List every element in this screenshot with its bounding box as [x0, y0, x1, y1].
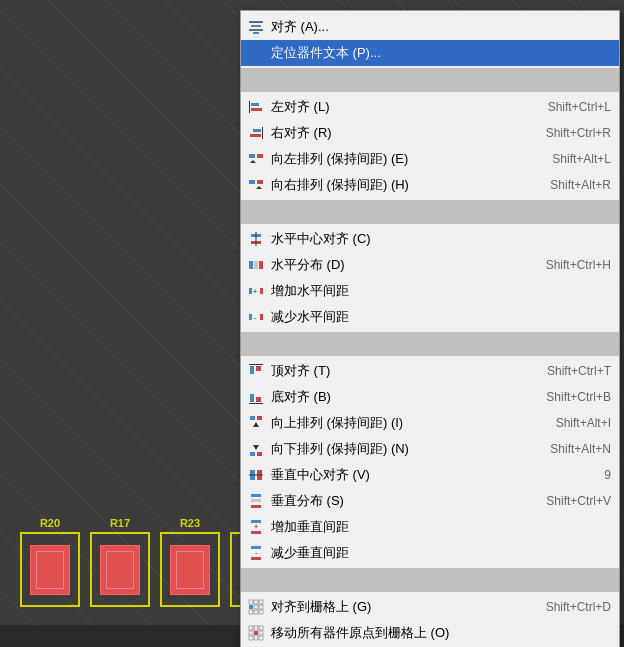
component-r23-label: R23	[180, 517, 200, 529]
svg-rect-8	[253, 129, 261, 132]
shortcut-align-top: Shift+Ctrl+T	[547, 364, 611, 378]
menu-item-distribute-down[interactable]: 向下排列 (保持间距) (N) Shift+Alt+N	[241, 436, 619, 462]
shortcut-center-v: 9	[604, 468, 611, 482]
menu-item-align-bottom[interactable]: 底对齐 (B) Shift+Ctrl+B	[241, 384, 619, 410]
menu-item-decrease-h-space[interactable]: - 减少水平间距	[241, 304, 619, 330]
menu-item-distribute-up[interactable]: 向上排列 (保持间距) (I) Shift+Alt+I	[241, 410, 619, 436]
shortcut-distribute-v: Shift+Ctrl+V	[546, 494, 611, 508]
svg-rect-62	[254, 626, 258, 630]
shortcut-align-to-grid: Shift+Ctrl+D	[546, 600, 611, 614]
menu-item-align-top[interactable]: 顶对齐 (T) Shift+Ctrl+T	[241, 358, 619, 384]
component-r17-label: R17	[110, 517, 130, 529]
svg-rect-64	[249, 631, 253, 635]
component-r20-label: R20	[40, 517, 60, 529]
distribute-v-icon	[245, 491, 267, 511]
svg-text:+: +	[253, 287, 258, 296]
menu-text-distribute-v: 垂直分布 (S)	[271, 492, 526, 510]
svg-rect-2	[249, 29, 263, 31]
svg-rect-0	[249, 21, 263, 23]
menu-item-distribute-v[interactable]: 垂直分布 (S) Shift+Ctrl+V	[241, 488, 619, 514]
decrease-v-space-icon: -	[245, 543, 267, 563]
separator-2	[241, 200, 619, 224]
menu-text-distribute-left: 向左排列 (保持间距) (E)	[271, 150, 532, 168]
svg-rect-10	[249, 154, 255, 158]
menu-text-decrease-v-space: 减少垂直间距	[271, 544, 611, 562]
shortcut-distribute-right: Shift+Alt+R	[550, 178, 611, 192]
svg-rect-57	[259, 605, 263, 609]
svg-rect-20	[259, 261, 263, 269]
svg-rect-26	[260, 314, 263, 320]
menu-text-increase-v-space: 增加垂直间距	[271, 518, 611, 536]
locate-text-icon	[245, 43, 267, 63]
menu-item-align-left[interactable]: 左对齐 (L) Shift+Ctrl+L	[241, 94, 619, 120]
menu-text-move-origin: 移动所有器件原点到栅格上 (O)	[271, 624, 611, 642]
shortcut-align-bottom: Shift+Ctrl+B	[546, 390, 611, 404]
svg-rect-19	[249, 261, 253, 269]
svg-rect-9	[250, 134, 261, 137]
shortcut-distribute-left: Shift+Alt+L	[552, 152, 611, 166]
svg-rect-47	[251, 531, 261, 534]
svg-marker-36	[253, 422, 259, 427]
svg-rect-34	[250, 416, 255, 420]
menu-item-center-v[interactable]: 垂直中心对齐 (V) 9	[241, 462, 619, 488]
svg-rect-54	[259, 600, 263, 604]
menu-item-move-origin[interactable]: 移动所有器件原点到栅格上 (O)	[241, 620, 619, 646]
svg-rect-56	[254, 605, 258, 609]
menu-item-distribute-h[interactable]: 水平分布 (D) Shift+Ctrl+H	[241, 252, 619, 278]
menu-text-align-left: 左对齐 (L)	[271, 98, 528, 116]
menu-item-increase-h-space[interactable]: + 增加水平间距	[241, 278, 619, 304]
svg-rect-69	[259, 636, 263, 640]
menu-text-align-bottom: 底对齐 (B)	[271, 388, 526, 406]
align-bottom-icon	[245, 387, 267, 407]
svg-rect-37	[250, 452, 255, 456]
svg-text:-: -	[254, 313, 257, 322]
menu-text-distribute-down: 向下排列 (保持间距) (N)	[271, 440, 530, 458]
svg-rect-60	[259, 610, 263, 614]
menu-item-align[interactable]: 对齐 (A)...	[241, 14, 619, 40]
svg-marker-15	[256, 186, 262, 189]
menu-item-center-h[interactable]: 水平中心对齐 (C)	[241, 226, 619, 252]
svg-rect-13	[249, 180, 255, 184]
svg-rect-33	[256, 397, 261, 402]
svg-rect-44	[251, 505, 261, 508]
decrease-h-space-icon: -	[245, 307, 267, 327]
menu-text-align-right: 右对齐 (R)	[271, 124, 526, 142]
svg-rect-65	[254, 631, 258, 635]
menu-item-align-right[interactable]: 右对齐 (R) Shift+Ctrl+R	[241, 120, 619, 146]
svg-rect-59	[254, 610, 258, 614]
menu-text-decrease-h-space: 减少水平间距	[271, 308, 611, 326]
svg-rect-68	[254, 636, 258, 640]
svg-rect-32	[250, 394, 254, 402]
svg-rect-43	[251, 494, 261, 497]
center-h-icon	[245, 229, 267, 249]
menu-text-distribute-h: 水平分布 (D)	[271, 256, 526, 274]
svg-rect-22	[249, 288, 252, 294]
component-r17: R17	[90, 517, 150, 607]
svg-text:-: -	[255, 548, 258, 557]
distribute-h-icon	[245, 255, 267, 275]
svg-rect-58	[249, 610, 253, 614]
svg-rect-6	[251, 108, 262, 111]
menu-text-center-h: 水平中心对齐 (C)	[271, 230, 591, 248]
svg-rect-31	[249, 403, 263, 404]
component-r20-box	[20, 532, 80, 607]
menu-item-increase-v-space[interactable]: + 增加垂直间距	[241, 514, 619, 540]
separator-3	[241, 332, 619, 356]
svg-rect-38	[257, 452, 262, 456]
menu-text-distribute-right: 向右排列 (保持间距) (H)	[271, 176, 530, 194]
svg-rect-14	[257, 180, 263, 184]
shortcut-align-left: Shift+Ctrl+L	[548, 100, 611, 114]
svg-rect-23	[260, 288, 263, 294]
menu-item-distribute-right[interactable]: 向右排列 (保持间距) (H) Shift+Alt+R	[241, 172, 619, 198]
svg-rect-29	[250, 366, 254, 374]
menu-text-distribute-up: 向上排列 (保持间距) (I)	[271, 414, 536, 432]
menu-item-distribute-left[interactable]: 向左排列 (保持间距) (E) Shift+Alt+L	[241, 146, 619, 172]
menu-item-decrease-v-space[interactable]: - 减少垂直间距	[241, 540, 619, 566]
menu-text-locate-text: 定位器件文本 (P)...	[271, 44, 611, 62]
svg-rect-66	[259, 631, 263, 635]
svg-rect-7	[262, 127, 263, 139]
menu-item-locate-text[interactable]: 定位器件文本 (P)...	[241, 40, 619, 66]
menu-item-align-to-grid[interactable]: 对齐到栅格上 (G) Shift+Ctrl+D	[241, 594, 619, 620]
context-menu: 对齐 (A)... 定位器件文本 (P)... 左对齐 (L) Shift+Ct…	[240, 10, 620, 647]
menu-text-align-top: 顶对齐 (T)	[271, 362, 527, 380]
